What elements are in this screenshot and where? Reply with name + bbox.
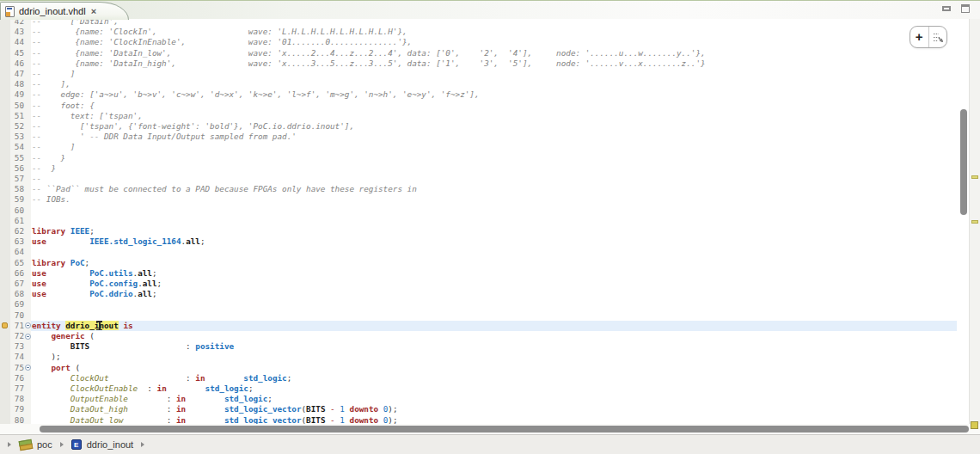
breadcrumb-label: poc [37,439,52,450]
editor-tab-ddrio-inout[interactable]: ddrio_inout.vhdl × [0,2,129,20]
vertical-scrollbar-thumb[interactable] [960,109,967,215]
code-line-75[interactable]: port ( [31,363,957,373]
code-line-66[interactable]: use PoC.utils.all; [31,268,957,279]
code-line-56[interactable]: -- } [31,163,957,174]
breadcrumb-arrow-icon[interactable] [60,442,64,447]
code-line-74[interactable]: ); [31,352,957,362]
code-line-77[interactable]: ClockOutEnable : in std_logic; [31,383,957,394]
code-line-53[interactable]: -- ' -- DDR Data Input/Output sampled fr… [31,132,957,142]
code-line-78[interactable]: OutputEnable : in std_logic; [31,394,957,404]
code-line-42[interactable]: -- ['DataIn', [31,19,957,27]
editor-tab-bar: ddrio_inout.vhdl × [0,0,980,19]
text-cursor [95,321,103,330]
code-line-47[interactable]: -- ] [31,69,957,79]
code-text-area[interactable]: -- ['DataIn',-- {name: 'ClockIn', wave: … [0,19,980,424]
code-line-76[interactable]: ClockOut : in std_logic; [31,373,957,383]
code-line-44[interactable]: -- {name: 'ClockInEnable', wave: '01....… [31,37,957,47]
code-line-71[interactable]: entity ddrio_inout is [31,321,957,331]
vhdl-file-icon [5,6,15,17]
code-line-50[interactable]: -- foot: { [31,101,957,111]
code-line-70[interactable] [31,310,957,321]
view-window-buttons [942,4,970,13]
vhdl-library-icon [19,439,32,450]
maximize-view-icon[interactable] [961,4,970,13]
code-line-49[interactable]: -- edge: ['a~>u', 'b~>v', 'c~>w', 'd~>x'… [31,89,957,100]
code-line-46[interactable]: -- {name: 'DataIn_high', wave: 'x.....3.… [31,58,957,69]
breadcrumb-arrow-icon[interactable] [141,442,144,447]
code-line-51[interactable]: -- text: ['tspan', [31,111,957,121]
code-line-62[interactable]: library IEEE; [31,226,957,236]
overview-ruler-corner-button[interactable] [971,421,978,429]
breadcrumb-item-ddrio-inout[interactable]: E ddrio_inout [71,439,133,450]
close-tab-icon[interactable]: × [91,7,96,15]
code-line-60[interactable] [31,206,957,216]
code-line-58[interactable]: -- ``Pad`` must be connected to a PAD be… [31,184,957,194]
breadcrumb: poc E ddrio_inout [0,434,980,454]
floating-toolbar: + [910,26,947,48]
pin-editor-button[interactable] [928,27,947,47]
breadcrumb-arrow-icon[interactable] [8,442,11,447]
code-line-67[interactable]: use PoC.config.all; [31,279,957,289]
zoom-in-button[interactable]: + [910,27,928,47]
occurrence-overview-marker[interactable] [971,175,978,179]
code-line-48[interactable]: -- ], [31,79,957,89]
breadcrumb-label: ddrio_inout [87,439,133,450]
code-line-73[interactable]: BITS : positive [31,341,957,352]
tab-title: ddrio_inout.vhdl [19,6,86,16]
code-line-43[interactable]: -- {name: 'ClockIn', wave: 'L.H.L.H.L.H.… [31,27,957,37]
breadcrumb-item-poc[interactable]: poc [19,439,52,450]
code-line-61[interactable] [31,216,957,226]
overview-ruler[interactable] [969,19,980,424]
pin-editor-icon [931,31,944,44]
code-line-68[interactable]: use PoC.ddrio.all; [31,289,957,299]
code-line-52[interactable]: -- ['tspan', {'font-weight': 'bold'}, 'P… [31,121,957,132]
code-editor[interactable]: 4243444546474849505152535455565758596061… [0,19,980,424]
code-line-55[interactable]: -- } [31,153,957,163]
code-line-45[interactable]: -- {name: 'DataIn_low', wave: 'x.....2..… [31,48,957,58]
code-line-72[interactable]: generic ( [31,331,957,341]
code-line-69[interactable] [31,299,957,310]
horizontal-scrollbar-thumb[interactable] [40,426,969,433]
code-line-79[interactable]: DataOut_high : in std_logic_vector(BITS … [31,404,957,414]
code-line-63[interactable]: use IEEE.std_logic_1164.all; [31,236,957,247]
code-line-59[interactable]: -- IOBs. [31,194,957,205]
code-line-54[interactable]: -- ] [31,142,957,152]
code-line-57[interactable]: -- [31,174,957,184]
horizontal-scrollbar[interactable] [0,424,980,434]
plus-icon: + [916,30,923,43]
code-line-65[interactable]: library PoC; [31,258,957,268]
occurrence-overview-marker[interactable] [971,220,978,224]
code-line-80[interactable]: DataOut_low : in std_logic_vector(BITS -… [31,415,957,424]
minimize-view-icon[interactable] [942,6,951,11]
vhdl-entity-icon: E [71,439,82,450]
eclipse-editor-window: ddrio_inout.vhdl × 424344454647484950515… [0,0,980,454]
code-line-64[interactable] [31,247,957,257]
